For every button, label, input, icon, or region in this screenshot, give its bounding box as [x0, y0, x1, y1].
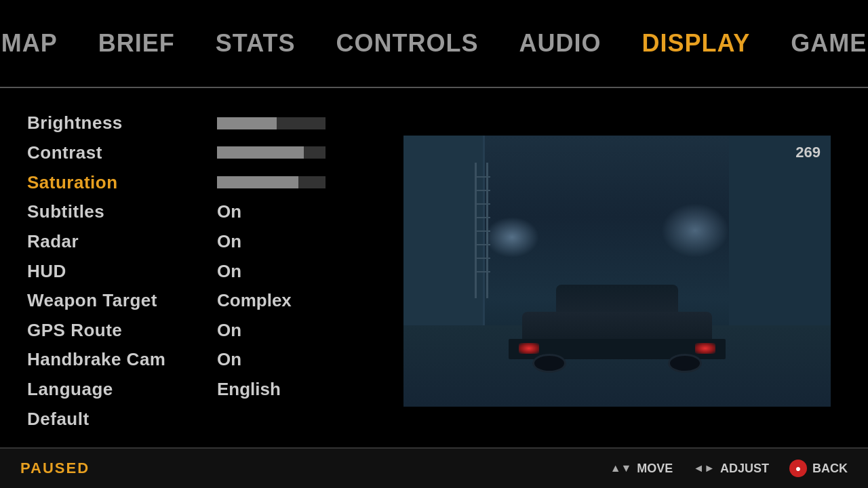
setting-value-weapon-target: Complex — [217, 290, 292, 311]
back-label: BACK — [812, 462, 848, 476]
nav-item-brief[interactable]: Brief — [98, 29, 175, 58]
setting-label-subtitles: Subtitles — [27, 201, 203, 222]
nav-item-map[interactable]: Map — [1, 29, 58, 58]
slider-fill-saturation — [217, 176, 298, 188]
setting-value-hud: On — [217, 261, 241, 282]
tail-light-right — [695, 343, 715, 354]
setting-label-handbrake-cam: Handbrake Cam — [27, 349, 203, 370]
car — [509, 271, 726, 380]
slider-fill-brightness — [217, 117, 277, 129]
setting-row-radar[interactable]: RadarOn — [27, 227, 353, 257]
setting-label-brightness: Brightness — [27, 113, 203, 134]
dpad-leftright-icon: ◄► — [693, 462, 715, 474]
wheel-left — [532, 354, 566, 373]
setting-row-gps-route[interactable]: GPS RouteOn — [27, 315, 353, 345]
setting-value-gps-route: On — [217, 320, 241, 341]
setting-value-language: English — [217, 379, 281, 400]
main-content: BrightnessContrastSaturationSubtitlesOnR… — [0, 88, 868, 454]
setting-row-handbrake-cam[interactable]: Handbrake CamOn — [27, 345, 353, 375]
setting-row-language[interactable]: LanguageEnglish — [27, 375, 353, 405]
nav-item-audio[interactable]: Audio — [519, 29, 601, 58]
paused-label: PAUSED — [20, 460, 90, 477]
slider-contrast[interactable] — [217, 146, 326, 159]
back-control: ● BACK — [789, 460, 848, 477]
setting-value-radar: On — [217, 231, 241, 252]
slider-fill-contrast — [217, 146, 304, 159]
setting-label-radar: Radar — [27, 231, 203, 252]
setting-label-hud: HUD — [27, 261, 203, 282]
circle-button-icon: ● — [789, 460, 807, 477]
setting-label-weapon-target: Weapon Target — [27, 290, 203, 311]
wheel-right — [668, 354, 702, 373]
bottom-bar: PAUSED ▲▼ MOVE ◄► ADJUST ● BACK — [0, 447, 868, 488]
setting-label-gps-route: GPS Route — [27, 320, 203, 341]
nav-item-game[interactable]: Game — [791, 29, 867, 58]
setting-row-hud[interactable]: HUDOn — [27, 256, 353, 286]
nav-item-stats[interactable]: Stats — [216, 29, 296, 58]
setting-row-contrast[interactable]: Contrast — [27, 138, 353, 168]
nav-item-display[interactable]: Display — [642, 29, 750, 58]
building-left — [403, 136, 485, 352]
setting-row-weapon-target[interactable]: Weapon TargetComplex — [27, 286, 353, 316]
setting-row-default[interactable]: Default — [27, 404, 353, 434]
setting-label-language: Language — [27, 379, 203, 400]
setting-row-subtitles[interactable]: SubtitlesOn — [27, 197, 353, 227]
adjust-control: ◄► ADJUST — [693, 462, 769, 476]
setting-value-subtitles: On — [217, 201, 241, 222]
slider-saturation[interactable] — [217, 176, 326, 188]
move-label: MOVE — [637, 462, 673, 476]
top-navigation: MapBriefStatsControlsAudioDisplayGame — [0, 0, 868, 88]
preview-area: 269 — [380, 88, 868, 454]
setting-label-contrast: Contrast — [27, 142, 203, 163]
move-control: ▲▼ MOVE — [610, 462, 673, 476]
tail-light-left — [519, 343, 539, 354]
slider-brightness[interactable] — [217, 117, 326, 129]
preview-box: 269 — [403, 136, 831, 407]
setting-label-saturation: Saturation — [27, 172, 203, 193]
bottom-controls: ▲▼ MOVE ◄► ADJUST ● BACK — [610, 460, 848, 477]
setting-value-handbrake-cam: On — [217, 349, 241, 370]
setting-row-saturation[interactable]: Saturation — [27, 167, 353, 197]
scene-light-right — [661, 203, 729, 258]
dpad-updown-icon: ▲▼ — [610, 462, 632, 474]
scene-light-left — [485, 217, 539, 258]
setting-row-brightness[interactable]: Brightness — [27, 108, 353, 138]
nav-item-controls[interactable]: Controls — [336, 29, 478, 58]
setting-label-default: Default — [27, 409, 203, 430]
preview-counter: 269 — [795, 144, 821, 161]
settings-panel: BrightnessContrastSaturationSubtitlesOnR… — [0, 88, 380, 454]
adjust-label: ADJUST — [720, 462, 769, 476]
